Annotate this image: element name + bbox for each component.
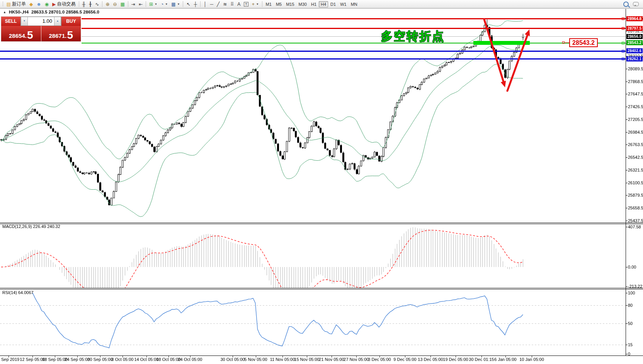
time-label: 27 Nov 05:00 [344,357,369,362]
one-click-trade-panel: SELL ▼ 1.00 ▲ BUY 28654.5 28671.5 [1,17,81,41]
time-label: 15 Nov 05:00 [294,357,319,362]
timeframe-button-w1[interactable]: W1 [338,1,349,7]
volume-up-button[interactable]: ▲ [54,17,61,26]
time-label: 30 Oct 05:00 [221,357,245,362]
new-order-button[interactable]: ▤新订单 [5,1,27,8]
candles-mode-button[interactable]: ╂ [87,1,93,8]
channels-icon: ⠿ [230,1,234,8]
chevron-down-icon[interactable]: ▼ [177,3,180,5]
buy-price-button[interactable]: 28671.5 [41,26,81,41]
chevron-down-icon[interactable]: ▼ [155,3,157,5]
collapse-icon[interactable]: ▲ [3,10,6,14]
auto-scroll-button[interactable]: ⇥ [130,1,137,8]
timeframe-button-m1[interactable]: M1 [264,1,274,7]
crosshair-button[interactable]: ┼ [192,1,199,8]
buy-price-int: 28671 [49,31,65,41]
buy-button[interactable]: BUY [61,17,81,26]
vline-button[interactable]: │ [202,1,208,8]
time-label: 19 Dec 05:00 [443,357,468,362]
periods-icon: ◔ [161,1,163,8]
new-order-button-label: 新订单 [12,1,26,7]
fibo-button[interactable]: ≋ [221,1,228,8]
bars-mode-icon: ╫ [82,1,86,8]
timeframe-button-m15[interactable]: M15 [284,1,296,7]
price-tick-label: 27868.5 [628,79,643,84]
cursor-icon: ↖ [186,1,190,8]
price-tick-label: 25879.5 [628,193,643,197]
arrows-button[interactable]: +▼ [250,1,260,8]
market-watch-icon-icon: ◆ [29,1,33,8]
chat-icon[interactable] [633,2,639,6]
channels-button[interactable]: ⠿ [229,1,235,8]
time-label: 13 Dec 05:00 [418,357,443,362]
chart-ohlc-values: 28633.5 28701.0 28586.5 28656.0 [31,10,99,14]
zoom-out-button[interactable]: ⊖ [111,1,118,8]
time-axis[interactable]: 6 Sep 201912 Sep 05:0018 Sep 05:0024 Sep… [0,356,643,364]
market-watch-icon[interactable]: ◆ [28,1,34,8]
toolbar-separator [79,1,79,7]
zoom-in-icon: ⊕ [105,1,109,8]
time-label: 6 Sep 2019 [0,357,19,362]
hline-button[interactable]: ─ [209,1,215,8]
timeframe-button-mn[interactable]: MN [349,1,359,7]
bars-mode-button[interactable]: ╫ [81,1,87,8]
candles-mode-icon: ╂ [89,1,92,8]
templates-button[interactable]: ▩▼ [170,1,181,8]
sell-button[interactable]: SELL [1,17,20,26]
volume-input[interactable]: 1.00 [28,17,54,26]
rsi-tick-label: 0 [628,352,630,356]
timeframe-button-h1[interactable]: H1 [309,1,318,7]
trade-panel-top-row: SELL ▼ 1.00 ▲ BUY [1,17,81,26]
trendline-button[interactable]: ╱ [215,1,221,8]
macd-tick-label: 407.58 [628,225,641,229]
volume-down-button[interactable]: ▼ [21,17,28,26]
macd-tick-label: -213.22 [628,284,642,289]
tile-windows-button[interactable]: ▦ [119,1,126,8]
indicators-icon: ⊞ [149,1,153,8]
search-icon[interactable] [623,2,629,7]
timeframe-button-m30[interactable]: M30 [297,1,309,7]
price-tick-label: 27205.5 [628,117,643,122]
zoom-in-button[interactable]: ⊕ [104,1,111,8]
label-button[interactable]: T [242,1,250,8]
line-mode-button[interactable]: ∿ [94,1,100,8]
sell-price-sep: . [25,31,27,41]
sell-price-button[interactable]: 28654.5 [1,26,41,41]
price-tick-label: 27426.5 [628,104,643,109]
timeframe-button-d1[interactable]: D1 [328,1,338,7]
chart-annotation-text[interactable]: 多空转折点 [381,29,445,44]
hline-icon: ─ [210,1,214,8]
toolbar-separator [183,1,183,7]
time-label: 18 Oct 05:00 [156,357,181,362]
chevron-down-icon[interactable]: ▼ [165,3,168,5]
time-label: 18 Sep 05:00 [42,357,67,362]
text-button[interactable]: A [236,1,242,8]
timeframe-button-h4[interactable]: H4 [319,1,328,7]
price-tick-label: 28089.5 [628,66,643,71]
zoom-out-icon: ⊖ [113,1,117,8]
rsi-indicator-label: RSI(14) 64.0067 [2,290,34,295]
macd-indicator-label: MACD(12,26,9) 226.49 240.32 [2,224,60,229]
periods-button[interactable]: ◔▼ [159,1,169,8]
chart-shift-button[interactable]: ⇤ [137,1,144,8]
time-label: 24 Oct 05:00 [178,357,202,362]
chart-canvas[interactable] [0,0,643,364]
timeframe-button-m5[interactable]: M5 [274,1,284,7]
chevron-down-icon[interactable]: ▼ [256,3,259,5]
label-icon: T [244,2,248,7]
chart-shift-icon: ⇤ [139,1,143,8]
price-tick-label: 26984.5 [628,130,643,134]
price-callout-box[interactable]: 28543.2 [569,38,598,47]
cursor-button[interactable]: ↖ [185,1,192,8]
time-label: 5 Nov 05:00 [244,357,267,362]
buy-price-sep: . [65,31,66,41]
autotrade-button[interactable]: ▶自动交易 [51,1,77,8]
price-tick-label: 25437.5 [628,218,643,223]
signal-icon[interactable]: ◉ [43,1,50,8]
profile-icon[interactable]: ☻ [35,1,43,8]
time-label: 8 Oct 05:00 [112,357,134,362]
rsi-tick-label: 50 [628,321,633,326]
indicators-button[interactable]: ⊞▼ [148,1,159,8]
chart-title: ▲ HK50-,H4 28633.5 28701.0 28586.5 28656… [3,10,99,14]
price-tick-label: 26763.5 [628,142,643,147]
